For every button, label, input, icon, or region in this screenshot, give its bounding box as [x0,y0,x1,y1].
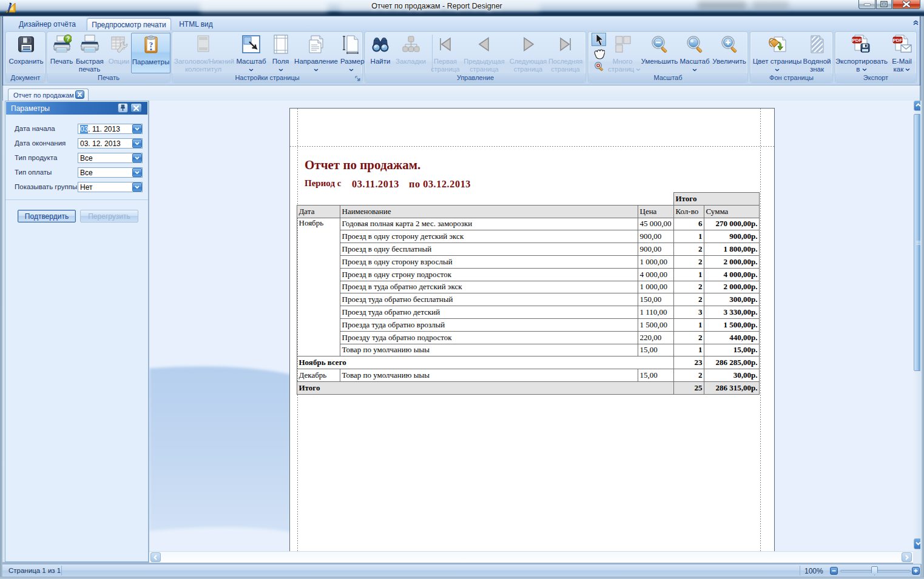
svg-text:PDF: PDF [852,38,862,43]
svg-text:PDF: PDF [892,38,902,43]
svg-text:?: ? [149,40,153,49]
svg-text:?: ? [66,36,69,42]
